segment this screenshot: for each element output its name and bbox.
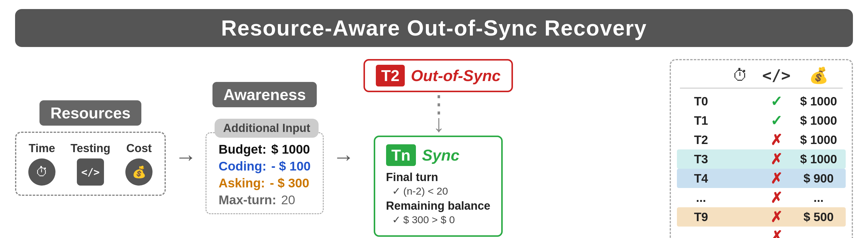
th-code-icon: </> [758,66,795,84]
table-row: ...✗... [680,188,843,207]
td-status: ✗ [758,170,795,187]
td-cost: ... [795,191,843,205]
td-cost: ... [795,230,843,238]
asking-value: - $ 300 [270,176,309,191]
td-row-name: ... [680,230,722,238]
resource-testing-label: Testing [70,142,110,155]
table-row: T1✓$ 1000 [680,111,843,130]
awareness-row-maxturn: Max-turn: 20 [218,193,310,207]
budget-label: Budget: [218,142,267,157]
th-time-icon: ⏱ [722,66,758,84]
table-body: T0✓$ 1000T1✓$ 1000T2✗$ 1000T3✗$ 1000T4✗$… [680,92,843,238]
out-of-sync-label: Out-of-Sync [411,67,501,84]
tn-badge: Tn [386,144,416,166]
td-status: ✗ [758,150,795,168]
awareness-box: Awareness Additional Input Budget: $ 100… [206,82,323,214]
down-arrow-icon: ⋮↓ [427,95,450,133]
arrow1: → [175,128,196,168]
resource-cost-label: Cost [126,142,152,155]
sync-final-turn: Final turn [386,171,490,184]
resource-cost: Cost 💰 [125,142,153,185]
additional-input-bubble: Additional Input [215,119,318,138]
resource-time-label: Time [29,142,55,155]
testing-icon: </> [77,159,104,185]
td-row-name: T1 [680,114,722,128]
asking-label: Asking: [218,176,265,191]
td-row-name: T4 [680,172,722,185]
sync-remaining-balance: Remaining balance [386,199,490,212]
td-row-name: T0 [680,95,722,108]
td-status: ✓ [758,93,795,110]
resource-time: Time ⏱ [28,142,56,185]
title-bar: Resource-Aware Out-of-Sync Recovery [15,9,853,47]
coding-label: Coding: [218,159,267,173]
table-row: ...✗... [680,227,843,238]
td-cost: $ 1000 [795,133,843,147]
awareness-row-budget: Budget: $ 1000 [218,142,310,157]
maxturn-value: 20 [281,193,296,207]
sync-check1: ✓ (n-2) < 20 [386,185,490,197]
out-of-sync-section: T2 Out-of-Sync ⋮↓ Tn Sync Final turn ✓ (… [364,59,513,237]
main-container: Resource-Aware Out-of-Sync Recovery Reso… [15,9,853,238]
td-cost: $ 1000 [795,95,843,108]
table-row: T0✓$ 1000 [680,92,843,111]
resources-items: Time ⏱ Testing </> Cost 💰 [15,132,166,196]
td-row-name: ... [680,191,722,205]
td-status: ✗ [758,189,795,206]
coding-value: - $ 100 [271,159,311,173]
sync-box: Tn Sync Final turn ✓ (n-2) < 20 Remainin… [374,136,503,237]
table-row: T2✗$ 1000 [680,130,843,149]
sync-check2: ✓ $ 300 > $ 0 [386,214,490,226]
arrow2: → [333,128,354,168]
time-icon: ⏱ [28,159,56,185]
table-row: T4✗$ 900 [677,169,846,188]
table-row: T3✗$ 1000 [677,149,846,169]
th-cost-icon: 💰 [795,66,843,84]
td-cost: $ 900 [795,172,843,185]
td-status: ✗ [758,208,795,225]
awareness-row-asking: Asking: - $ 300 [218,176,310,191]
cost-icon: 💰 [125,159,153,185]
awareness-label: Awareness [213,82,317,107]
sync-header: Tn Sync [386,144,490,166]
td-status: ✗ [758,228,795,238]
td-cost: $ 500 [795,210,843,224]
content-row: Resources Time ⏱ Testing </> Cost 💰 [15,59,853,238]
maxturn-label: Max-turn: [218,193,276,207]
th-name [680,66,722,84]
awareness-content: Budget: $ 1000 Coding: - $ 100 Asking: -… [206,132,323,214]
sync-label: Sync [422,146,459,164]
table-section: ⏱ </> 💰 T0✓$ 1000T1✓$ 1000T2✗$ 1000T3✗$ … [670,59,853,238]
td-row-name: T3 [680,152,722,166]
awareness-row-coding: Coding: - $ 100 [218,159,310,173]
out-of-sync-box: T2 Out-of-Sync [364,59,513,92]
td-cost: $ 1000 [795,152,843,166]
t2-badge: T2 [376,65,405,87]
resource-testing: Testing </> [70,142,110,185]
td-cost: $ 1000 [795,114,843,128]
page-title: Resource-Aware Out-of-Sync Recovery [33,16,835,40]
table-header-row: ⏱ </> 💰 [680,66,843,89]
table-row: T9✗$ 500 [677,207,846,227]
td-row-name: T2 [680,133,722,147]
additional-input-text: Additional Input [223,122,310,134]
td-status: ✓ [758,112,795,129]
td-status: ✗ [758,131,795,148]
budget-value: $ 1000 [271,142,310,157]
resources-box: Resources Time ⏱ Testing </> Cost 💰 [15,100,166,196]
diagram-section: Resources Time ⏱ Testing </> Cost 💰 [15,59,658,237]
td-row-name: T9 [680,210,722,224]
resources-label: Resources [39,100,141,126]
